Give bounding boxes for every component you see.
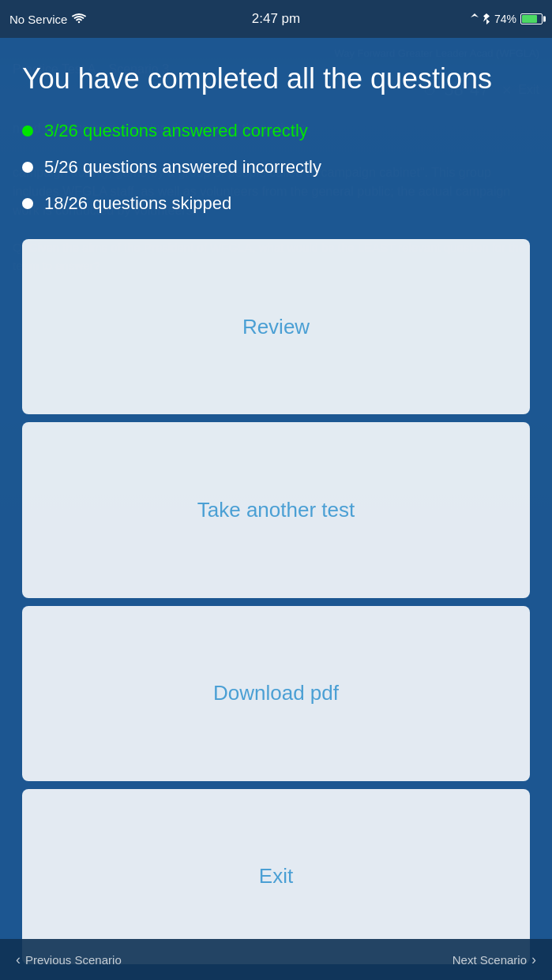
bluetooth-icon <box>483 13 490 24</box>
review-button-label: Review <box>242 315 310 339</box>
status-right: 74% <box>471 13 543 25</box>
stat-correct-text: 3/26 questions answered correctly <box>44 121 308 141</box>
modal-title: You have completed all the questions <box>22 62 530 95</box>
bullet-correct <box>22 125 33 137</box>
stats-list: 3/26 questions answered correctly 5/26 q… <box>22 121 530 214</box>
next-scenario-label: Next Scenario <box>452 953 527 967</box>
stat-incorrect: 5/26 questions answered incorrectly <box>22 157 530 178</box>
chevron-right-icon: › <box>531 952 536 968</box>
chevron-left-icon: ‹ <box>16 952 21 968</box>
status-left: No Service <box>9 13 86 26</box>
exit-button[interactable]: Exit <box>22 789 530 964</box>
take-another-test-label: Take another test <box>197 498 355 522</box>
take-another-test-button[interactable]: Take another test <box>22 422 530 597</box>
review-button[interactable]: Review <box>22 239 530 414</box>
action-buttons: Review Take another test Download pdf Ex… <box>22 239 530 964</box>
stat-skipped-text: 18/26 questions skipped <box>44 193 231 214</box>
stat-incorrect-text: 5/26 questions answered incorrectly <box>44 157 321 178</box>
battery-indicator <box>520 13 543 24</box>
bullet-incorrect <box>22 162 33 173</box>
completion-modal: You have completed all the questions 3/2… <box>0 38 552 980</box>
status-time: 2:47 pm <box>252 11 300 27</box>
download-pdf-button[interactable]: Download pdf <box>22 606 530 781</box>
battery-percent: 74% <box>494 13 516 25</box>
previous-scenario-label: Previous Scenario <box>25 953 122 967</box>
stat-correct: 3/26 questions answered correctly <box>22 121 530 141</box>
download-pdf-label: Download pdf <box>213 681 339 705</box>
bottom-nav: ‹ Previous Scenario Next Scenario › <box>0 939 552 980</box>
carrier-text: No Service <box>9 13 67 26</box>
stat-skipped: 18/26 questions skipped <box>22 193 530 214</box>
status-bar: No Service 2:47 pm 74% <box>0 0 552 38</box>
bullet-skipped <box>22 198 33 209</box>
location-icon <box>471 13 479 24</box>
next-scenario-button[interactable]: Next Scenario › <box>452 952 536 968</box>
exit-button-label: Exit <box>259 864 293 888</box>
wifi-icon <box>72 13 86 24</box>
previous-scenario-button[interactable]: ‹ Previous Scenario <box>16 952 122 968</box>
